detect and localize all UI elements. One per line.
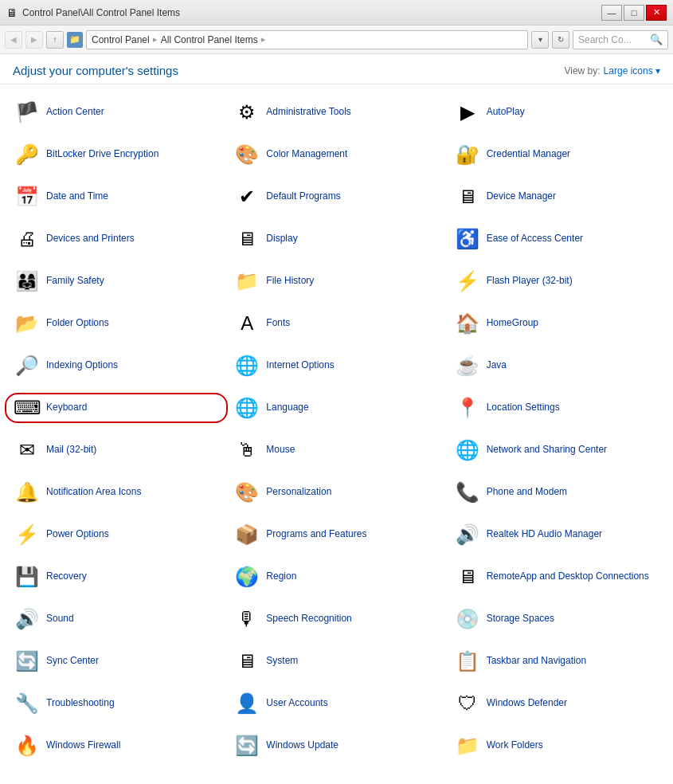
item-icon-family-safety: 👨‍👩‍👧 <box>14 269 40 294</box>
grid-item-internet-options[interactable]: 🌐 Internet Options <box>226 344 446 386</box>
grid-item-windows-update[interactable]: 🔄 Windows Update <box>226 724 446 766</box>
item-label-location-settings: Location Settings <box>487 402 560 414</box>
item-icon-display: 🖥 <box>234 226 260 252</box>
item-icon-sound: 🔊 <box>14 606 40 632</box>
grid-item-device-manager[interactable]: 🖥 Device Manager <box>447 175 667 218</box>
refresh-button[interactable]: ↻ <box>552 31 569 49</box>
item-icon-network-sharing: 🌐 <box>455 437 480 463</box>
grid-item-mail[interactable]: ✉ Mail (32-bit) <box>6 429 226 471</box>
grid-item-action-center[interactable]: 🏴 Action Center <box>6 91 226 133</box>
title-bar: 🖥 Control Panel\All Control Panel Items … <box>0 0 673 25</box>
item-label-file-history: File History <box>266 275 314 288</box>
grid-item-notif-icons[interactable]: 🔔 Notification Area Icons <box>6 471 226 513</box>
item-label-windows-firewall: Windows Firewall <box>46 739 120 752</box>
item-label-power-options: Power Options <box>46 528 109 541</box>
grid-item-programs-features[interactable]: 📦 Programs and Features <box>226 513 446 555</box>
item-icon-bitlocker: 🔑 <box>14 142 40 167</box>
grid-item-java[interactable]: ☕ Java <box>447 344 667 386</box>
grid-item-system[interactable]: 🖥 System <box>226 640 446 682</box>
item-label-display: Display <box>266 233 297 245</box>
back-button[interactable]: ◀ <box>5 31 22 49</box>
window-controls: — □ ✕ <box>601 5 667 21</box>
item-label-network-sharing: Network and Sharing Center <box>487 444 607 457</box>
grid-item-default-programs[interactable]: ✔ Default Programs <box>226 175 446 218</box>
grid-item-bitlocker[interactable]: 🔑 BitLocker Drive Encryption <box>6 133 226 175</box>
breadcrumb-control-panel[interactable]: Control Panel <box>92 34 150 45</box>
item-label-system: System <box>266 655 298 668</box>
breadcrumb-all-items[interactable]: All Control Panel Items <box>161 34 258 45</box>
grid-item-fonts[interactable]: A Fonts <box>226 302 446 344</box>
grid-item-color-mgmt[interactable]: 🎨 Color Management <box>226 133 446 175</box>
grid-item-credential[interactable]: 🔐 Credential Manager <box>447 133 667 175</box>
grid-item-ease-access[interactable]: ♿ Ease of Access Center <box>447 218 667 260</box>
grid-item-homegroup[interactable]: 🏠 HomeGroup <box>447 302 667 344</box>
close-button[interactable]: ✕ <box>646 5 667 21</box>
grid-item-location-settings[interactable]: 📍 Location Settings <box>447 386 667 429</box>
address-bar: ◀ ▶ ↑ 📁 Control Panel ▸ All Control Pane… <box>0 25 673 54</box>
item-label-sound: Sound <box>46 613 74 625</box>
grid-item-region[interactable]: 🌍 Region <box>226 555 446 598</box>
grid-item-folder-options[interactable]: 📂 Folder Options <box>6 302 226 344</box>
item-label-speech: Speech Recognition <box>266 613 351 625</box>
item-icon-storage-spaces: 💿 <box>455 606 480 632</box>
item-label-work-folders: Work Folders <box>487 739 543 752</box>
item-icon-homegroup: 🏠 <box>455 311 480 336</box>
search-placeholder: Search Co... <box>578 34 647 45</box>
item-label-user-accounts: User Accounts <box>266 697 327 710</box>
grid-item-file-history[interactable]: 📁 File History <box>226 260 446 302</box>
grid-item-work-folders[interactable]: 📁 Work Folders <box>447 724 667 766</box>
item-label-programs-features: Programs and Features <box>266 528 366 541</box>
item-icon-color-mgmt: 🎨 <box>234 142 260 167</box>
item-icon-indexing: 🔎 <box>14 353 40 378</box>
address-field[interactable]: Control Panel ▸ All Control Panel Items … <box>86 30 528 49</box>
item-label-storage-spaces: Storage Spaces <box>487 613 554 625</box>
grid-item-flash-player[interactable]: ⚡ Flash Player (32-bit) <box>447 260 667 302</box>
item-icon-windows-update: 🔄 <box>234 733 260 759</box>
grid-item-keyboard[interactable]: ⌨ Keyboard <box>6 386 226 429</box>
grid-item-windows-firewall[interactable]: 🔥 Windows Firewall <box>6 724 226 766</box>
item-label-date-time: Date and Time <box>46 190 108 203</box>
grid-item-storage-spaces[interactable]: 💿 Storage Spaces <box>447 598 667 640</box>
grid-item-indexing[interactable]: 🔎 Indexing Options <box>6 344 226 386</box>
grid-item-admin-tools[interactable]: ⚙ Administrative Tools <box>226 91 446 133</box>
grid-item-taskbar-nav[interactable]: 📋 Taskbar and Navigation <box>447 640 667 682</box>
grid-item-speech[interactable]: 🎙 Speech Recognition <box>226 598 446 640</box>
grid-item-power-options[interactable]: ⚡ Power Options <box>6 513 226 555</box>
view-by-value[interactable]: Large icons ▾ <box>604 65 660 76</box>
item-icon-user-accounts: 👤 <box>234 691 260 716</box>
dropdown-button[interactable]: ▾ <box>531 31 549 49</box>
forward-button[interactable]: ▶ <box>25 31 43 49</box>
grid-item-network-sharing[interactable]: 🌐 Network and Sharing Center <box>447 429 667 471</box>
item-icon-mouse: 🖱 <box>234 437 260 463</box>
grid-item-mouse[interactable]: 🖱 Mouse <box>226 429 446 471</box>
chevron-down-icon: ▾ <box>655 65 660 76</box>
grid-item-user-accounts[interactable]: 👤 User Accounts <box>226 682 446 724</box>
item-icon-device-manager: 🖥 <box>455 184 480 210</box>
grid-item-display[interactable]: 🖥 Display <box>226 218 446 260</box>
minimize-button[interactable]: — <box>601 5 622 21</box>
grid-item-sync-center[interactable]: 🔄 Sync Center <box>6 640 226 682</box>
grid-item-date-time[interactable]: 📅 Date and Time <box>6 175 226 218</box>
item-icon-windows-defender: 🛡 <box>455 691 480 716</box>
grid-item-troubleshooting[interactable]: 🔧 Troubleshooting <box>6 682 226 724</box>
grid-item-personalization[interactable]: 🎨 Personalization <box>226 471 446 513</box>
grid-item-autoplay[interactable]: ▶ AutoPlay <box>447 91 667 133</box>
grid-item-family-safety[interactable]: 👨‍👩‍👧 Family Safety <box>6 260 226 302</box>
item-label-default-programs: Default Programs <box>266 190 340 203</box>
grid-item-recovery[interactable]: 💾 Recovery <box>6 555 226 598</box>
item-label-personalization: Personalization <box>266 486 331 499</box>
maximize-button[interactable]: □ <box>624 5 644 21</box>
grid-item-sound[interactable]: 🔊 Sound <box>6 598 226 640</box>
grid-item-windows-defender[interactable]: 🛡 Windows Defender <box>447 682 667 724</box>
grid-item-realtek[interactable]: 🔊 Realtek HD Audio Manager <box>447 513 667 555</box>
up-button[interactable]: ↑ <box>46 31 64 49</box>
grid-item-language[interactable]: 🌐 Language <box>226 386 446 429</box>
search-box[interactable]: Search Co... 🔍 <box>573 30 668 49</box>
item-icon-file-history: 📁 <box>234 269 260 294</box>
grid-item-remoteapp[interactable]: 🖥 RemoteApp and Desktop Connections <box>447 555 667 598</box>
grid-item-phone-modem[interactable]: 📞 Phone and Modem <box>447 471 667 513</box>
item-label-ease-access: Ease of Access Center <box>487 233 583 245</box>
item-icon-java: ☕ <box>455 353 480 378</box>
grid-item-devices-printers[interactable]: 🖨 Devices and Printers <box>6 218 226 260</box>
item-label-color-mgmt: Color Management <box>266 148 347 161</box>
